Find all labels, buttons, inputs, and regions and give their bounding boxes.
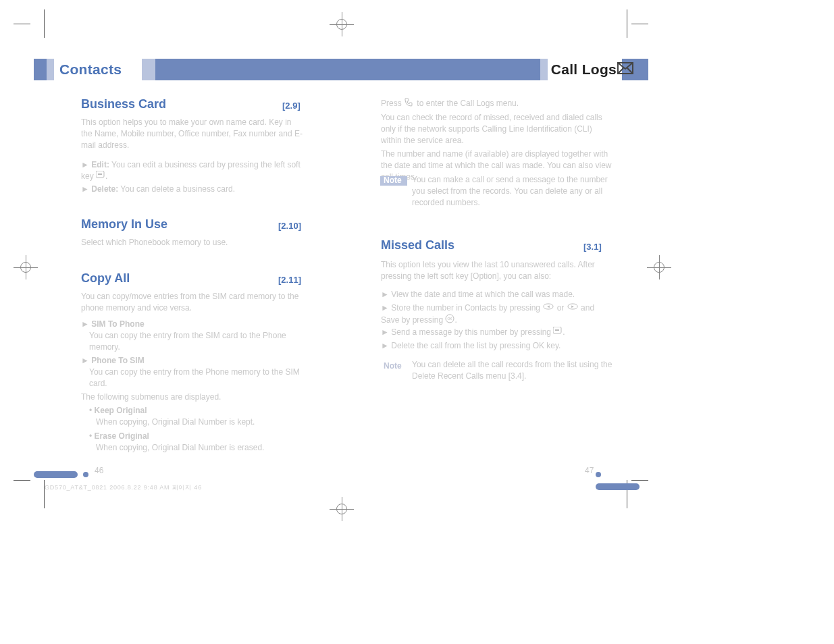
edit-text: You can edit a business card by pressing… — [81, 160, 301, 181]
edit-label: Edit: — [91, 160, 109, 169]
copy-all-erase: • Erase Original When copying, Original … — [89, 431, 304, 454]
missed-b4: ► Delete the call from the list by press… — [381, 340, 614, 352]
registration-mark — [647, 255, 671, 279]
copy-all-submenus-intro: The following submenus are displayed. — [81, 392, 304, 403]
softkey-icon — [96, 171, 105, 182]
svg-rect-3 — [98, 173, 102, 175]
left-page-number: 46 — [95, 466, 103, 475]
delete-label: Delete: — [91, 184, 118, 194]
section-copy-all-code: [2.11] — [278, 275, 301, 285]
softkey-icon — [553, 327, 563, 338]
svg-text:►: ► — [571, 304, 575, 308]
keep-text: When copying, Original Dial Number is ke… — [96, 417, 304, 428]
left-arrow-key-icon: ◄ — [542, 302, 554, 314]
missed-b2: ► Store the number in Contacts by pressi… — [381, 302, 614, 327]
section-missed-calls-code: [3.1] — [583, 242, 602, 252]
missed-b1-text: View the date and time at which the call… — [391, 290, 575, 299]
header-stub — [540, 59, 548, 80]
svg-text:OK: OK — [448, 317, 453, 321]
svg-text:◄: ◄ — [546, 304, 550, 308]
missed-b2a: Store the number in Contacts by pressing — [391, 303, 542, 313]
erase-label: Erase Original — [95, 431, 149, 441]
copy-all-sim-to-phone: ► SIM To Phone You can copy the entry fr… — [81, 319, 304, 353]
copy-all-keep: • Keep Original When copying, Original D… — [89, 405, 304, 428]
registration-mark — [330, 497, 354, 521]
page-ornament-right — [596, 468, 648, 475]
header-left-tab: Contacts — [54, 59, 142, 80]
crop-mark — [631, 24, 648, 24]
crop-mark — [627, 9, 627, 38]
sim-to-phone-text: You can copy the entry from the SIM card… — [89, 330, 304, 353]
header-left-title: Contacts — [59, 61, 122, 78]
print-footer-line: GD570_AT&T_0821 2006.8.22 9:48 AM 페이지 46 — [45, 483, 202, 492]
intro-p1a: Press — [381, 99, 404, 108]
crop-mark — [14, 24, 30, 24]
keep-label: Keep Original — [95, 406, 147, 415]
section-memory-in-use-code: [2.10] — [278, 221, 301, 231]
business-card-delete-row: ► Delete: You can delete a business card… — [81, 184, 304, 195]
section-missed-calls-title: Missed Calls — [381, 238, 454, 252]
erase-text: When copying, Original Dial Number is er… — [96, 442, 304, 454]
registration-mark — [14, 255, 38, 279]
phone-to-sim-label: Phone To SIM — [91, 356, 144, 365]
note2-text: You can delete all the call records from… — [412, 359, 615, 382]
right-arrow-key-icon: ► — [567, 302, 579, 314]
note2-label-text: Note — [384, 361, 402, 371]
intro-p1b: to enter the Call Logs menu. — [417, 99, 519, 108]
ok-key-icon: OK — [445, 314, 454, 327]
note-text: You can make a call or send a message to… — [412, 174, 615, 209]
header-stub — [47, 59, 54, 80]
copy-all-phone-to-sim: ► Phone To SIM You can copy the entry fr… — [81, 355, 304, 390]
header-right-title: Call Logs — [551, 61, 617, 78]
section-business-card-code: [2.9] — [282, 101, 301, 111]
memory-in-use-text: Select which Phonebook memory to use. — [81, 237, 304, 248]
intro-line-1: Press to enter the Call Logs menu. — [381, 97, 604, 110]
note-label: Note — [384, 175, 407, 186]
right-page-number: 47 — [585, 466, 594, 475]
intro-p2: You can check the record of missed, rece… — [381, 112, 614, 146]
registration-mark — [330, 12, 354, 36]
business-card-edit-row: ► Edit: You can edit a business card by … — [81, 159, 304, 182]
sim-to-phone-label: SIM To Phone — [91, 319, 144, 329]
note2-label: Note — [384, 360, 407, 372]
phone-to-sim-text: You can copy the entry from the Phone me… — [89, 367, 304, 390]
missed-b2b: or — [557, 303, 567, 313]
missed-b1: ► View the date and time at which the ca… — [381, 289, 614, 300]
missed-b3a: Send a message by this number by pressin… — [391, 327, 553, 337]
header-right-tab: Call Logs — [548, 59, 622, 80]
header-stub — [142, 59, 155, 80]
missed-b4-text: Delete the call from the list by pressin… — [391, 341, 561, 350]
svg-rect-9 — [555, 329, 559, 331]
section-business-card-title: Business Card — [81, 97, 166, 111]
section-memory-in-use-title: Memory In Use — [81, 217, 167, 232]
crop-mark — [14, 480, 30, 481]
section-copy-all-title: Copy All — [81, 271, 130, 286]
business-card-p1: This option helps you to make your own n… — [81, 117, 304, 151]
phone-icon — [404, 97, 415, 110]
page-ornament-left — [34, 468, 88, 475]
delete-text: You can delete a business card. — [118, 184, 235, 194]
envelope-icon — [617, 62, 633, 74]
missed-b3: ► Send a message by this number by press… — [381, 327, 614, 338]
copy-all-p1: You can copy/move entries from the SIM c… — [81, 291, 304, 314]
missed-p1: This option lets you view the last 10 un… — [381, 259, 614, 282]
crop-mark — [44, 9, 45, 38]
